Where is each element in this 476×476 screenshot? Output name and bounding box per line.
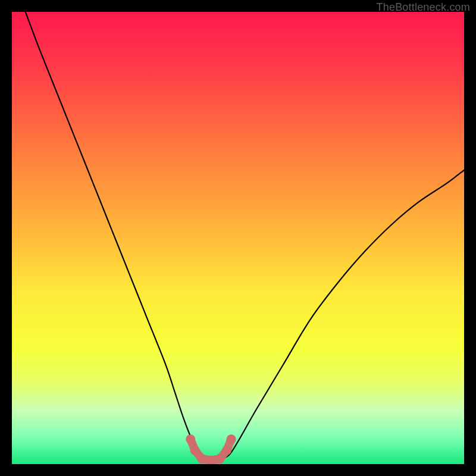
bottleneck-curve: [26, 12, 464, 460]
curve-layer: [12, 12, 464, 464]
watermark: TheBottleneck.com: [377, 1, 470, 14]
marker-dot: [197, 454, 206, 464]
marker-dot: [227, 434, 236, 444]
outer-frame: TheBottleneck.com: [0, 0, 476, 476]
marker-dot: [222, 446, 231, 455]
marker-dot: [190, 446, 200, 455]
marker-dot: [215, 454, 225, 464]
plot-area: [12, 12, 464, 464]
bottom-dots: [186, 434, 236, 464]
marker-dot: [186, 434, 195, 444]
